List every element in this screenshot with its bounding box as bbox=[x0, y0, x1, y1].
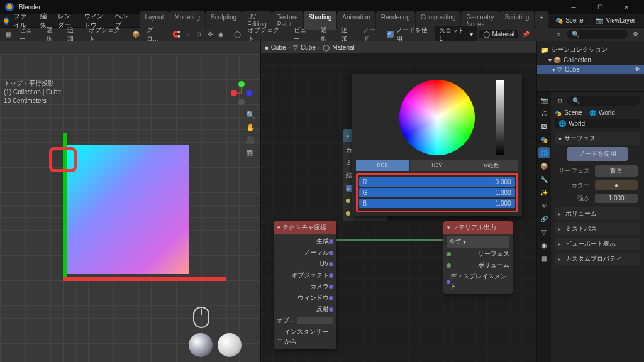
hsv-tab[interactable]: HSV bbox=[410, 160, 464, 171]
texcoord-header[interactable]: ▾ テクスチャ座標 bbox=[274, 221, 336, 234]
viewlayer-field[interactable]: 📷 ViewLayer bbox=[591, 16, 640, 25]
right-panel: 📁 シーンコレクション ▾ 📦 Collection ▾ ▽ Cube 👁 📷 … bbox=[537, 41, 644, 362]
pin-icon[interactable]: 📌 bbox=[521, 30, 531, 40]
ne-breadcrumb: ■Cube › ▽Cube › ◯Material bbox=[261, 41, 537, 53]
rgb-tab[interactable]: RGB bbox=[356, 160, 409, 171]
cube-object[interactable] bbox=[66, 145, 189, 274]
ptab-constraint[interactable]: 🔗 bbox=[538, 213, 550, 224]
annotation-box bbox=[49, 147, 77, 172]
ptab-particle[interactable]: ✨ bbox=[538, 187, 550, 198]
ptab-output[interactable]: 🖨 bbox=[538, 107, 550, 119]
svg-point-1 bbox=[246, 90, 252, 96]
hand-icon[interactable]: ✋ bbox=[246, 123, 255, 132]
ws-modeling[interactable]: Modeling bbox=[169, 11, 205, 30]
ptab-scene[interactable]: 🎭 bbox=[538, 134, 550, 145]
matout-header[interactable]: ▾ マテリアル出力 bbox=[443, 221, 513, 234]
viewport-3d[interactable]: オプション ▾ トップ・平行投影 (1) Collection | Cube 1… bbox=[0, 41, 261, 362]
props-editor-icon[interactable]: ⚙ bbox=[555, 96, 565, 106]
overlay-icon[interactable]: ◉ bbox=[216, 30, 226, 40]
viewport-display-panel[interactable]: ▸ビューポート表示 bbox=[555, 238, 640, 250]
hex-tab[interactable]: 16進数 bbox=[464, 160, 518, 171]
ptab-physics[interactable]: ⚛ bbox=[538, 200, 550, 211]
volume-panel[interactable]: ▸ボリューム bbox=[555, 207, 640, 220]
value-slider[interactable] bbox=[496, 80, 504, 155]
color-field[interactable]: ● bbox=[595, 180, 638, 190]
texture-coord-node[interactable]: ▾ テクスチャ座標 生成 ノーマル UV オブジェクト カメラ ウィンドウ 反射… bbox=[274, 221, 336, 349]
collection[interactable]: ▾ 📦 Collection bbox=[541, 55, 640, 65]
ptab-modifier[interactable]: 🔧 bbox=[538, 173, 550, 185]
outliner-search[interactable]: 🔍 bbox=[567, 30, 628, 39]
viewport-info: トップ・平行投影 (1) Collection | Cube 10 Centim… bbox=[4, 79, 61, 106]
scene-field[interactable]: 🎭 Scene bbox=[550, 16, 588, 25]
gizmo-icon[interactable]: ✛ bbox=[205, 30, 215, 40]
mode-icon[interactable]: 📦 bbox=[131, 30, 141, 40]
ws-script[interactable]: Scripting bbox=[499, 11, 534, 30]
material-select[interactable]: ◯ Material bbox=[479, 30, 519, 38]
shader-node-editor[interactable]: ■Cube › ▽Cube › ◯Material ▸ ミックス カラー ミック… bbox=[261, 41, 538, 362]
use-nodes-button[interactable]: ノードを使用 bbox=[567, 147, 628, 161]
ptab-viewlayer[interactable]: 🖼 bbox=[538, 121, 550, 132]
g-slider[interactable]: G1.000 bbox=[359, 188, 515, 197]
world-datablock[interactable]: 🌐 World bbox=[555, 119, 640, 128]
color-picker-popup[interactable]: RGB HSV 16進数 R0.000 G1.000 B1.000 bbox=[352, 74, 522, 216]
ptab-texture[interactable]: ▦ bbox=[538, 253, 550, 264]
props-breadcrumb: 🎭 Scene › 🌐 World bbox=[555, 109, 640, 116]
ws-sculpting[interactable]: Sculpting bbox=[206, 11, 242, 30]
filter-icon[interactable]: ⚙ bbox=[630, 30, 640, 40]
properties-editor: 📷 🖨 🖼 🎭 🌐 📦 🔧 ✨ ⚛ 🔗 ▽ ◉ ▦ ⚙ 🔍 bbox=[537, 92, 644, 362]
outliner-filter-icon[interactable]: ▿ bbox=[554, 30, 564, 40]
slot-select[interactable]: スロット1 ▾ bbox=[435, 26, 476, 43]
outliner[interactable]: 📁 シーンコレクション ▾ 📦 Collection ▾ ▽ Cube 👁 bbox=[537, 41, 644, 92]
zoom-icon[interactable]: 🔍 bbox=[246, 111, 255, 119]
use-nodes-label: ノードを使用 bbox=[396, 26, 433, 43]
material-output-node[interactable]: ▾ マテリアル出力 全て ▾ サーフェス ボリューム ディスプレイスメント bbox=[443, 221, 513, 294]
annotation-horizontal bbox=[63, 277, 226, 281]
grey-ball-icon[interactable] bbox=[218, 333, 242, 357]
ne-editor-icon[interactable]: ◯ bbox=[233, 30, 243, 40]
minimize-button[interactable]: ─ bbox=[561, 0, 586, 14]
editor-type-icon[interactable]: ▦ bbox=[4, 30, 14, 40]
mouse-hint-icon bbox=[193, 307, 209, 328]
axis-gizmo[interactable] bbox=[228, 79, 255, 107]
shading-preview[interactable] bbox=[189, 333, 242, 357]
rgb-values-highlight: R0.000 G1.000 B1.000 bbox=[356, 173, 518, 212]
maximize-button[interactable]: ☐ bbox=[587, 0, 613, 14]
close-button[interactable]: ✕ bbox=[614, 0, 639, 14]
viewport-tools: 🔍 ✋ 🎥 ▦ bbox=[246, 111, 255, 157]
surface-panel[interactable]: ▾ サーフェス bbox=[555, 132, 640, 145]
scene-collection[interactable]: 📁 シーンコレクション bbox=[541, 44, 640, 55]
custom-props-panel[interactable]: ▸カスタムプロパティ bbox=[555, 253, 640, 265]
persp-icon[interactable]: ▦ bbox=[246, 148, 255, 157]
pivot-icon[interactable]: ⊙ bbox=[194, 30, 204, 40]
b-slider[interactable]: B1.000 bbox=[359, 199, 515, 208]
surface-field[interactable]: 背景 bbox=[595, 165, 638, 177]
snap-icon[interactable]: 🧲 bbox=[171, 30, 181, 40]
use-nodes-check[interactable] bbox=[387, 31, 394, 38]
props-search[interactable]: 🔍 bbox=[567, 96, 640, 106]
svg-point-3 bbox=[238, 99, 245, 105]
hdri-ball-icon[interactable] bbox=[189, 333, 213, 357]
properties-tabs: 📷 🖨 🖼 🎭 🌐 📦 🔧 ✨ ⚛ 🔗 ▽ ◉ ▦ bbox=[537, 92, 551, 362]
color-wheel[interactable] bbox=[399, 80, 475, 155]
blender-icon[interactable] bbox=[4, 17, 9, 25]
r-slider[interactable]: R0.000 bbox=[359, 177, 515, 187]
transform-icon[interactable]: ↔ bbox=[182, 30, 192, 40]
ws-add[interactable]: + bbox=[535, 11, 548, 30]
strength-field[interactable]: 1.000 bbox=[595, 194, 638, 203]
mist-panel[interactable]: ▸ミストパス bbox=[555, 222, 640, 235]
ptab-object[interactable]: 📦 bbox=[538, 160, 550, 172]
ptab-material[interactable]: ◉ bbox=[538, 239, 550, 251]
camera-icon[interactable]: 🎥 bbox=[246, 136, 255, 145]
ptab-render[interactable]: 📷 bbox=[538, 94, 550, 106]
cube-item[interactable]: ▾ ▽ Cube 👁 bbox=[537, 65, 644, 74]
ptab-data[interactable]: ▽ bbox=[538, 226, 550, 238]
ptab-world[interactable]: 🌐 bbox=[538, 147, 550, 158]
